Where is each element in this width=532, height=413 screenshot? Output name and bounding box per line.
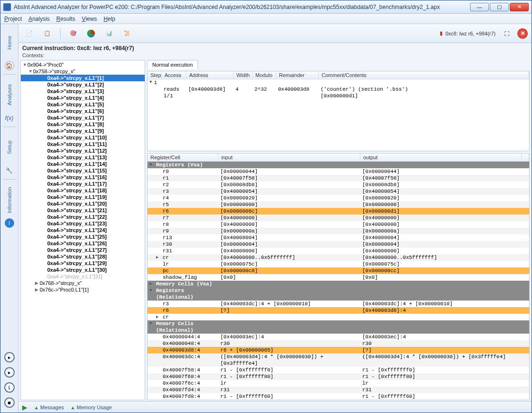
register-section[interactable]: ▼Memory Cells (Relational) bbox=[148, 320, 529, 334]
tree-leaf[interactable]: 0xa4->"strcpy_x.L1"[9] bbox=[21, 128, 145, 134]
tree-leaf[interactable]: 0xa4->"strcpy_x.L1"[29] bbox=[21, 260, 145, 267]
register-section[interactable]: ▼Registers (Relational) bbox=[148, 287, 529, 301]
register-row[interactable]: 0x40007fd8:4r1 - [0xffffff60]r1 - [0xfff… bbox=[148, 393, 529, 400]
menu-help[interactable]: Help bbox=[104, 16, 115, 22]
menu-views[interactable]: Views bbox=[82, 16, 97, 22]
register-row[interactable]: r13[0x40008004][0x40008004] bbox=[148, 234, 529, 241]
register-row[interactable]: r5[0x00000000][0x00000000] bbox=[148, 201, 529, 208]
register-row[interactable]: pc[0x000000c8][0x000000cc] bbox=[148, 267, 529, 274]
tree-leaf[interactable]: 0xa4->"strcpy_x.L1"[28] bbox=[21, 253, 145, 260]
register-row[interactable]: ▶cr bbox=[148, 314, 529, 320]
register-row[interactable]: r1[0x40007f58][0x40007f58] bbox=[148, 175, 529, 181]
register-row[interactable]: r9[0x0000000a][0x0000000a] bbox=[148, 228, 529, 234]
tree-leaf[interactable]: 0xa4->"strcpy_x.L1"[4] bbox=[21, 95, 145, 101]
tree-leaf[interactable]: 0xa4->"strcpy_x.L1"[25] bbox=[21, 233, 145, 240]
register-row[interactable]: r3[0x400003dc]:4 + [0x00000010][0x400003… bbox=[148, 301, 529, 307]
register-row[interactable]: 0x400003dc:4([0x400003d4]:4 * [0x0000003… bbox=[148, 353, 529, 367]
tree-leaf[interactable]: 0xa4->"strcpy_x.L1"[11] bbox=[21, 141, 145, 147]
register-row[interactable]: 0x40007f58:4r1 - [0xfffffff0]r1 - [0xfff… bbox=[148, 367, 529, 373]
step-button[interactable]: ▸ bbox=[4, 367, 15, 378]
tool-target-icon[interactable]: 🎯 bbox=[66, 26, 80, 41]
tree-leaf[interactable]: 0xa4->"strcpy_x.L1"[2] bbox=[21, 81, 145, 88]
tree-leaf-dim[interactable]: 0xa4->"strcpy_x.L1"[31] bbox=[21, 273, 145, 280]
fx-icon[interactable]: f(x) bbox=[5, 113, 14, 123]
tree-leaf[interactable]: 0xa4->"strcpy_x.L1"[8] bbox=[21, 121, 145, 128]
tree-leaf[interactable]: 0xa4->"strcpy_x.L1"[17] bbox=[21, 181, 145, 187]
tree-leaf[interactable]: 0xa4->"strcpy_x.L1"[24] bbox=[21, 227, 145, 233]
register-row[interactable]: 0x400003d8:4r6 + [0x00000065][?] bbox=[148, 347, 529, 353]
tree-leaf[interactable]: 0xa4->"strcpy_x.L1"[20] bbox=[21, 200, 145, 207]
sidetab-information[interactable]: Information bbox=[2, 183, 17, 216]
step-pane[interactable]: StepAccess AddressWidth ModuloRemainder … bbox=[147, 71, 530, 151]
register-row[interactable]: r2[0x00008db8][0x00008db8] bbox=[148, 181, 529, 188]
register-row[interactable]: 0x40007fd4:4r31r31 bbox=[148, 387, 529, 393]
tree-leaf[interactable]: 0xa4->"strcpy_x.L1"[5] bbox=[21, 101, 145, 108]
register-row[interactable]: r30[0x00000004][0x00000004] bbox=[148, 241, 529, 248]
tree-leaf[interactable]: 0xa4->"strcpy_x.L1"[12] bbox=[21, 147, 145, 154]
context-tree[interactable]: ▼0x904->"Proc0" ▼0x758->"strcpy_x" 0xa4-… bbox=[20, 60, 145, 400]
register-row[interactable]: 0x40007f6c:4lrlr bbox=[148, 380, 529, 387]
register-row[interactable]: r6[?][0x400003d8]:4 bbox=[148, 307, 529, 314]
tool-tree-icon[interactable]: 📄 bbox=[22, 26, 36, 41]
tree-node[interactable]: ▶0x768->"strcpy_x" bbox=[21, 280, 145, 286]
tree-leaf[interactable]: 0xa4->"strcpy_x.L1"[21] bbox=[21, 207, 145, 214]
run-icon[interactable]: ▶ bbox=[22, 404, 27, 411]
tool-pie-icon[interactable] bbox=[84, 26, 98, 41]
tree-leaf[interactable]: 0xa4->"strcpy_x.L1"[19] bbox=[21, 194, 145, 200]
sidetab-setup[interactable]: Setup bbox=[2, 131, 17, 164]
register-row[interactable]: ▶cr[0x40000000..0x5fffffff][0x40000000..… bbox=[148, 254, 529, 261]
tree-leaf[interactable]: 0xa4->"strcpy_x.L1"[10] bbox=[21, 134, 145, 141]
h-scrollbar[interactable] bbox=[148, 400, 529, 400]
tool-list-icon[interactable]: 📋 bbox=[40, 26, 54, 41]
register-row[interactable]: r31[0x40000000][0x40000000] bbox=[148, 248, 529, 254]
register-row[interactable]: 0x40000048:4r30r30 bbox=[148, 340, 529, 347]
register-row[interactable]: shadow_flag[0x0][0x0] bbox=[148, 274, 529, 281]
tree-leaf[interactable]: 0xa4->"strcpy_x.L1"[7] bbox=[21, 114, 145, 121]
sidetab-home[interactable]: Home bbox=[2, 26, 17, 59]
register-row[interactable]: r8[0x40000000][0x40000000] bbox=[148, 221, 529, 228]
tree-leaf[interactable]: 0xa4->"strcpy_x.L1"[26] bbox=[21, 240, 145, 247]
tree-leaf[interactable]: 0xa4->"strcpy_x.L1"[22] bbox=[21, 214, 145, 220]
tree-leaf[interactable]: 0xa4->"strcpy_x.L1"[16] bbox=[21, 174, 145, 181]
status-messages[interactable]: ▲ Messages bbox=[34, 404, 64, 410]
tree-leaf[interactable]: 0xa4->"strcpy_x.L1"[6] bbox=[21, 108, 145, 114]
status-memory[interactable]: ▲ Memory Usage bbox=[70, 404, 112, 410]
tree-leaf[interactable]: 0xa4->"strcpy_x.L1"[13] bbox=[21, 154, 145, 161]
close-panel-button[interactable]: ✕ bbox=[517, 28, 528, 39]
minimize-button[interactable]: — bbox=[470, 3, 489, 11]
sidetab-analyses[interactable]: Analyses bbox=[2, 78, 17, 112]
step-row[interactable]: ▼1 bbox=[148, 79, 529, 86]
register-row[interactable]: 0x40000044:4[0x400003ec]:4[0x400003ec]:4 bbox=[148, 334, 529, 340]
tree-leaf[interactable]: 0xa4->"strcpy_x.L1"[27] bbox=[21, 247, 145, 253]
menu-results[interactable]: Results bbox=[56, 16, 75, 22]
register-row[interactable]: r7[0x40000000][0x40000000] bbox=[148, 215, 529, 221]
register-section[interactable]: ▼Registers (Vsa) bbox=[148, 162, 529, 168]
tool-script-icon[interactable]: 📜 bbox=[120, 26, 134, 41]
register-row[interactable]: r0[0x00000044][0x00000044] bbox=[148, 168, 529, 175]
register-row[interactable]: r6[0x0000006c][0x000000d1] bbox=[148, 208, 529, 215]
register-row[interactable]: 0x40007f68:4r1 - [0xffffff80]r1 - [0xfff… bbox=[148, 373, 529, 380]
stop-button[interactable]: ■ bbox=[4, 397, 15, 408]
play-button[interactable]: ▸ bbox=[4, 352, 15, 362]
register-row[interactable]: r4[0x00000920][0x00000920] bbox=[148, 195, 529, 201]
tree-root[interactable]: ▼0x904->"Proc0" bbox=[21, 61, 145, 68]
tab-normal-execution[interactable]: Normal execution bbox=[147, 60, 198, 69]
tree-node[interactable]: ▶0x76c->"Proc0.L1"[1] bbox=[21, 286, 145, 293]
tree-leaf[interactable]: 0xa4->"strcpy_x.L1"[3] bbox=[21, 88, 145, 95]
maximize-button[interactable]: ▢ bbox=[490, 3, 509, 11]
tree-leaf[interactable]: 0xa4->"strcpy_x.L1"[18] bbox=[21, 187, 145, 194]
tree-leaf[interactable]: 0xa4->"strcpy_x.L1"[30] bbox=[21, 267, 145, 273]
tree-node[interactable]: ▼0x758->"strcpy_x" bbox=[21, 68, 145, 75]
tree-leaf[interactable]: 0xa4->"strcpy_x.L1"[14] bbox=[21, 161, 145, 167]
tree-leaf[interactable]: 0xa4->"strcpy_x.L1"[1] bbox=[21, 75, 145, 81]
menu-project[interactable]: PProjectroject bbox=[4, 16, 22, 22]
tree-leaf[interactable]: 0xa4->"strcpy_x.L1"[15] bbox=[21, 167, 145, 174]
tool-bar-icon[interactable]: 📊 bbox=[102, 26, 116, 41]
step-over-button[interactable]: ⤹ bbox=[4, 382, 15, 393]
register-section[interactable]: ▶Memory Cells (Vsa) bbox=[148, 281, 529, 287]
register-pane[interactable]: Register/Cell input output ▼Registers (V… bbox=[147, 153, 530, 400]
menu-analysis[interactable]: Analysis bbox=[28, 16, 50, 22]
register-row[interactable]: lr[0x0000075c][0x0000075c] bbox=[148, 261, 529, 267]
tree-leaf[interactable]: 0xa4->"strcpy_x.L1"[23] bbox=[21, 220, 145, 227]
close-window-button[interactable]: ✕ bbox=[510, 3, 529, 11]
